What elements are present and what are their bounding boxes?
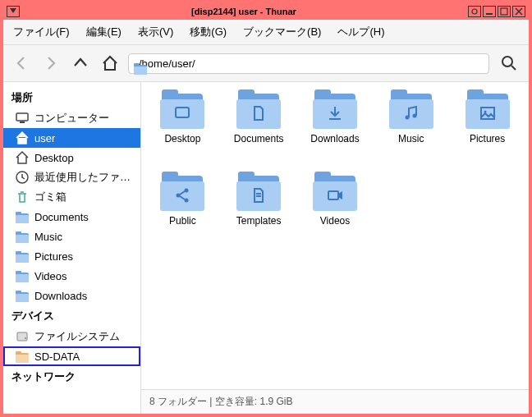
svg-rect-5 bbox=[20, 121, 25, 123]
svg-rect-7 bbox=[17, 332, 27, 341]
svg-rect-17 bbox=[328, 191, 338, 199]
folder-label: Public bbox=[169, 215, 196, 227]
menubar: ファイル(F) 編集(E) 表示(V) 移動(G) ブックマーク(B) ヘルプ(… bbox=[3, 20, 529, 45]
folder-item[interactable]: Music bbox=[373, 92, 449, 171]
folder-item[interactable]: Desktop bbox=[144, 92, 221, 171]
sidebar-item-label: Videos bbox=[34, 270, 67, 282]
sidebar-item[interactable]: SD-DATA bbox=[3, 346, 140, 366]
folder-item[interactable]: Public bbox=[144, 174, 221, 253]
folder-label: Templates bbox=[236, 215, 282, 227]
forward-button[interactable] bbox=[39, 52, 62, 75]
sidebar-header-devices: デバイス bbox=[3, 305, 140, 327]
folder-icon bbox=[313, 174, 357, 212]
menu-help[interactable]: ヘルプ(H) bbox=[334, 23, 388, 41]
folder-item[interactable]: Documents bbox=[221, 92, 297, 171]
sidebar-item[interactable]: Pictures bbox=[3, 246, 140, 266]
sidebar-item[interactable]: Music bbox=[3, 227, 140, 246]
folder-label: Downloads bbox=[310, 133, 359, 144]
sidebar-item-label: 最近使用したファ… bbox=[34, 170, 131, 185]
folder-icon bbox=[15, 288, 30, 303]
menu-view[interactable]: 表示(V) bbox=[135, 23, 177, 41]
sidebar-item[interactable]: Documents bbox=[3, 207, 140, 227]
menu-go[interactable]: 移動(G) bbox=[186, 23, 230, 41]
toolbar: /home/user/ bbox=[3, 45, 529, 82]
sidebar-item-label: user bbox=[34, 132, 55, 144]
folder-orange-icon bbox=[15, 349, 30, 364]
clock-icon bbox=[15, 170, 30, 185]
body: 場所 コンピューターuserDesktop最近使用したファ…ゴミ箱Documen… bbox=[3, 82, 529, 414]
folder-icon bbox=[15, 209, 30, 224]
sidebar-item[interactable]: Downloads bbox=[3, 286, 140, 305]
folder-icon bbox=[466, 92, 510, 130]
folder-label: Documents bbox=[234, 133, 284, 144]
folder-item[interactable]: Templates bbox=[221, 174, 297, 253]
close-button[interactable] bbox=[512, 6, 525, 17]
sidebar-item-label: コンピューター bbox=[34, 111, 109, 126]
svg-point-11 bbox=[412, 113, 416, 117]
window-title: [disp2144] user - Thunar bbox=[20, 7, 468, 16]
svg-point-0 bbox=[472, 9, 477, 14]
window-menu-button[interactable] bbox=[7, 6, 20, 17]
home-icon bbox=[15, 131, 30, 145]
sidebar-item-label: ゴミ箱 bbox=[34, 190, 66, 204]
maximize-button[interactable] bbox=[498, 6, 511, 17]
menu-file[interactable]: ファイル(F) bbox=[10, 23, 73, 41]
svg-point-3 bbox=[502, 57, 512, 66]
folder-grid[interactable]: DesktopDocumentsDownloadsMusicPicturesPu… bbox=[141, 82, 529, 389]
svg-rect-9 bbox=[176, 108, 189, 117]
folder-icon bbox=[313, 92, 357, 130]
back-button[interactable] bbox=[10, 52, 33, 75]
svg-rect-1 bbox=[486, 13, 493, 15]
svg-point-10 bbox=[405, 115, 409, 119]
folder-icon bbox=[15, 229, 30, 244]
minimize-button[interactable] bbox=[483, 6, 496, 17]
sidebar-item[interactable]: コンピューター bbox=[3, 108, 140, 128]
folder-label: Desktop bbox=[164, 133, 200, 144]
folder-icon bbox=[389, 92, 433, 130]
sidebar-item[interactable]: user bbox=[3, 128, 140, 148]
path-text: /home/user/ bbox=[139, 57, 195, 70]
window: [disp2144] user - Thunar ファイル(F) 編集(E) 表… bbox=[0, 0, 532, 417]
disk-icon bbox=[15, 329, 30, 344]
folder-icon bbox=[236, 174, 281, 212]
sidebar-header-places: 場所 bbox=[3, 87, 140, 108]
sidebar-item[interactable]: 最近使用したファ… bbox=[3, 167, 140, 187]
folder-icon bbox=[160, 174, 204, 212]
home-outline-icon bbox=[15, 150, 30, 165]
folder-item[interactable]: Pictures bbox=[449, 92, 525, 171]
content-area: DesktopDocumentsDownloadsMusicPicturesPu… bbox=[141, 82, 529, 414]
folder-icon bbox=[15, 249, 30, 263]
folder-icon bbox=[15, 268, 30, 283]
titlebar: [disp2144] user - Thunar bbox=[3, 3, 529, 20]
folder-item[interactable]: Videos bbox=[297, 174, 374, 253]
sidebar-item-label: Desktop bbox=[34, 152, 74, 164]
menu-bookmarks[interactable]: ブックマーク(B) bbox=[240, 23, 324, 41]
home-button[interactable] bbox=[99, 52, 122, 75]
folder-label: Videos bbox=[320, 215, 350, 227]
sidebar-item[interactable]: ファイルシステム bbox=[3, 327, 140, 346]
monitor-icon bbox=[15, 111, 30, 126]
sidebar-item-label: Music bbox=[34, 231, 62, 243]
sidebar-item-label: ファイルシステム bbox=[34, 329, 120, 344]
path-bar[interactable]: /home/user/ bbox=[128, 53, 489, 74]
folder-icon bbox=[160, 92, 204, 130]
shade-button[interactable] bbox=[468, 6, 481, 17]
svg-rect-2 bbox=[501, 8, 507, 15]
folder-item[interactable]: Downloads bbox=[297, 92, 374, 171]
svg-rect-12 bbox=[481, 108, 494, 119]
folder-label: Music bbox=[398, 133, 424, 144]
sidebar-item[interactable]: ゴミ箱 bbox=[3, 187, 140, 207]
sidebar-item-label: Downloads bbox=[34, 290, 87, 302]
sidebar-item-label: SD-DATA bbox=[34, 351, 80, 363]
menu-edit[interactable]: 編集(E) bbox=[83, 23, 125, 41]
search-button[interactable] bbox=[496, 50, 522, 76]
trash-icon bbox=[15, 190, 30, 204]
sidebar-item[interactable]: Videos bbox=[3, 266, 140, 286]
sidebar-item[interactable]: Desktop bbox=[3, 148, 140, 167]
sidebar-item-label: Documents bbox=[34, 211, 89, 223]
sidebar-item-label: Pictures bbox=[34, 250, 73, 263]
window-controls bbox=[468, 6, 525, 17]
up-button[interactable] bbox=[69, 52, 92, 75]
svg-rect-4 bbox=[16, 113, 28, 121]
statusbar: 8 フォルダー | 空き容量: 1.9 GiB bbox=[141, 389, 529, 414]
